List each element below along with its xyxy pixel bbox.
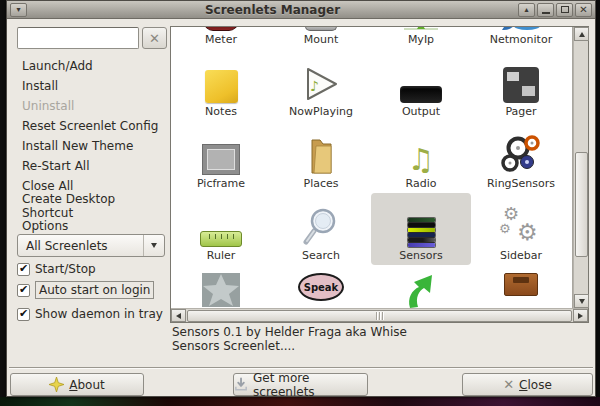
places-folder-icon: [274, 125, 368, 177]
screenlet-label: Search: [302, 249, 340, 265]
screenlet-nowplaying[interactable]: ♪ NowPlaying: [271, 49, 371, 121]
chevron-down-icon: [144, 243, 164, 248]
checkbox-label: Auto start on login: [35, 281, 154, 299]
screenlet-label: Meter: [205, 33, 237, 49]
scroll-up-arrow-icon[interactable]: [574, 27, 589, 41]
speak-icon-text: Speak: [304, 282, 339, 293]
screenlet-ringsensors[interactable]: RingSensors: [471, 121, 571, 193]
checkbox-checked-icon: [17, 284, 30, 297]
horizontal-scrollbar[interactable]: [171, 308, 588, 322]
screenlet-search[interactable]: Search: [271, 193, 371, 265]
description-line1: Sensors 0.1 by Helder Fraga aka Whise: [172, 325, 582, 339]
filter-dropdown-value: All Screenlets: [18, 239, 143, 253]
screenlet-label: Mount: [304, 33, 338, 49]
footer-separator: [9, 367, 593, 369]
screenlet-icon-view: Meter Mount MyIp: [170, 26, 589, 323]
screenlet-label: Radio: [406, 177, 437, 193]
clear-search-button[interactable]: ✕: [142, 27, 167, 49]
pager-icon: [474, 53, 568, 105]
checkbox-checked-icon: [17, 308, 30, 321]
screenlet-label: Ruler: [207, 249, 235, 265]
output-icon: [374, 53, 468, 105]
horizontal-scrollbar-thumb[interactable]: [187, 310, 572, 322]
screenlet-pager[interactable]: Pager: [471, 49, 571, 121]
screenlet-notes[interactable]: Notes: [171, 49, 271, 121]
screenlet-star[interactable]: [171, 265, 271, 308]
maximize-icon: [561, 6, 569, 13]
screenlet-sidebar[interactable]: ⚙⚙⚙ Sidebar: [471, 193, 571, 265]
checkbox-auto-start-on-login[interactable]: Auto start on login: [17, 281, 154, 299]
screenlet-mount[interactable]: Mount: [271, 27, 371, 49]
screenlet-speak[interactable]: Speak: [271, 265, 371, 308]
radio-notes-icon: ♫: [374, 125, 468, 177]
screenlet-radio[interactable]: ♫ Radio: [371, 121, 471, 193]
window-body: ✕ Launch/Add Install Uninstall Reset Scr…: [7, 19, 595, 397]
menu-item-uninstall: Uninstall: [22, 96, 167, 116]
menu-item-reset-config[interactable]: Reset Screenlet Config: [22, 116, 167, 136]
menu-item-create-desktop-shortcut[interactable]: Create Desktop Shortcut: [22, 196, 167, 216]
window-menu-button[interactable]: ▾: [10, 3, 27, 17]
vertical-scrollbar-thumb[interactable]: [575, 152, 588, 257]
sensors-icon: [374, 197, 468, 249]
screenlet-sensors-selected[interactable]: Sensors: [371, 193, 471, 265]
titlebar[interactable]: ▾ Screenlets Manager ▴ ✕: [7, 1, 595, 19]
screenlet-description: Sensors 0.1 by Helder Fraga aka Whise Se…: [172, 325, 582, 353]
screenlet-arrow[interactable]: [371, 265, 471, 308]
checkbox-start-stop[interactable]: Start/Stop: [17, 262, 96, 276]
download-icon: [234, 377, 248, 392]
screenlet-label: MyIp: [408, 33, 434, 49]
clear-search-icon: ✕: [149, 31, 160, 46]
scroll-down-arrow-icon[interactable]: [574, 294, 589, 308]
get-more-screenlets-button[interactable]: Get more screenlets: [233, 373, 368, 396]
ruler-icon: [174, 197, 268, 249]
close-window-button[interactable]: ✕: [575, 3, 592, 17]
screenlet-label: Netmonitor: [490, 33, 552, 49]
screenlet-output[interactable]: Output: [371, 49, 471, 121]
shade-icon: ▴: [524, 6, 528, 14]
green-arrow-icon: [374, 269, 468, 308]
vertical-scrollbar[interactable]: [573, 27, 588, 308]
scroll-left-arrow-icon[interactable]: [171, 309, 186, 322]
ringsensors-icon: [474, 125, 568, 177]
search-row: ✕: [17, 27, 167, 49]
close-x-icon: ✕: [503, 377, 514, 392]
screenlet-meter[interactable]: Meter: [171, 27, 271, 49]
screenlet-label: Output: [402, 105, 440, 121]
about-button[interactable]: About: [10, 373, 144, 396]
filter-dropdown[interactable]: All Screenlets: [17, 234, 165, 257]
screenlet-label: Sidebar: [500, 249, 542, 265]
window-title: Screenlets Manager: [28, 3, 517, 17]
screenlet-places[interactable]: Places: [271, 121, 371, 193]
screenlet-ruler[interactable]: Ruler: [171, 193, 271, 265]
close-button[interactable]: ✕ Close: [462, 373, 593, 396]
search-input[interactable]: [17, 27, 139, 49]
screenlet-label: NowPlaying: [289, 105, 353, 121]
menu-item-launch-add[interactable]: Launch/Add: [22, 56, 167, 76]
scroll-right-arrow-icon[interactable]: [573, 309, 588, 322]
shade-button[interactable]: ▴: [518, 3, 535, 17]
screenlet-label: Places: [304, 177, 339, 193]
action-menu: Launch/Add Install Uninstall Reset Scree…: [22, 56, 167, 236]
screenlet-label: Sensors: [399, 249, 442, 265]
screenlet-label: Pager: [505, 105, 536, 121]
checkbox-show-daemon-in-tray[interactable]: Show daemon in tray: [17, 307, 163, 321]
screenlet-crate[interactable]: [471, 265, 571, 308]
screenlet-myip[interactable]: MyIp: [371, 27, 471, 49]
notes-icon: [174, 53, 268, 105]
menu-item-restart-all[interactable]: Re-Start All: [22, 156, 167, 176]
screenlet-netmonitor[interactable]: Netmonitor: [471, 27, 571, 49]
menu-item-install-new-theme[interactable]: Install New Theme: [22, 136, 167, 156]
checkbox-label: Start/Stop: [35, 262, 96, 276]
maximize-button[interactable]: [556, 3, 573, 17]
screenlet-label: Picframe: [197, 177, 245, 193]
screenlet-picframe[interactable]: Picframe: [171, 121, 271, 193]
checkbox-checked-icon: [17, 263, 30, 276]
minimize-icon: [542, 12, 550, 14]
close-icon: ✕: [579, 5, 587, 15]
menu-item-install[interactable]: Install: [22, 76, 167, 96]
magnifier-icon: [274, 197, 368, 249]
get-more-label: Get more screenlets: [253, 371, 367, 399]
minimize-button[interactable]: [537, 3, 554, 17]
checkbox-label: Show daemon in tray: [35, 307, 163, 321]
window-menu-icon: ▾: [16, 6, 20, 14]
